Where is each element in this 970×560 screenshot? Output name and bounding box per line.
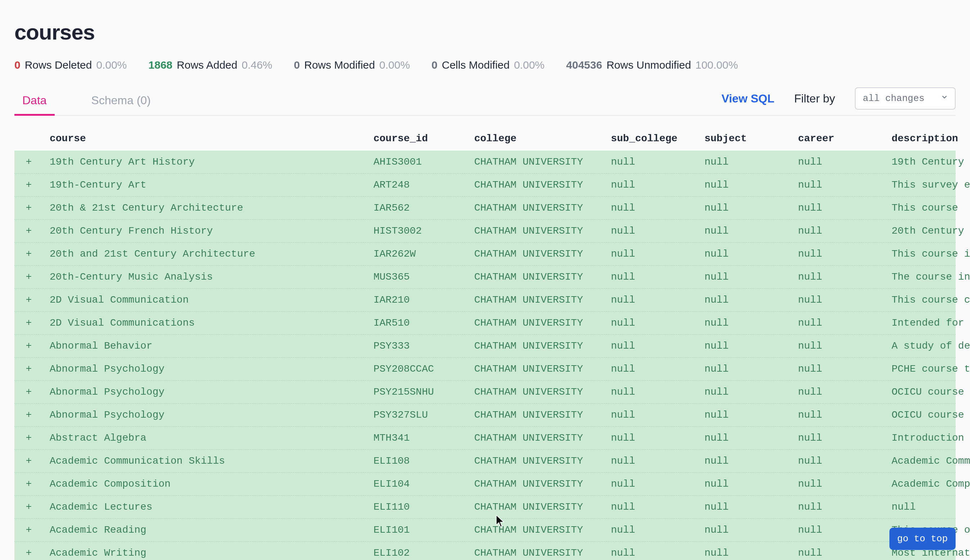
- cell-career: null: [791, 358, 885, 380]
- cell-sub-college: null: [604, 220, 698, 242]
- row-added-marker: +: [14, 519, 43, 541]
- tabs-row: Data Schema (0) View SQL Filter by all c…: [14, 87, 956, 116]
- cell-course-id: ART248: [367, 173, 468, 196]
- cell-course: 2D Visual Communication: [43, 288, 367, 311]
- table-row[interactable]: +20th Century French HistoryHIST3002CHAT…: [14, 219, 956, 242]
- cell-description: Academic Comm: [885, 450, 970, 472]
- table-row[interactable]: +Abnormal PsychologyPSY208CCACCHATHAM UN…: [14, 357, 956, 380]
- cell-career: null: [791, 496, 885, 518]
- cell-course-id: ELI110: [367, 496, 468, 518]
- table-row[interactable]: +Abnormal PsychologyPSY215SNHUCHATHAM UN…: [14, 380, 956, 403]
- table-row[interactable]: +Abnormal BehaviorPSY333CHATHAM UNIVERSI…: [14, 334, 956, 357]
- col-description[interactable]: description: [885, 132, 970, 145]
- table-row[interactable]: +19th-Century ArtART248CHATHAM UNIVERSIT…: [14, 173, 956, 196]
- cell-course-id: MTH341: [367, 427, 468, 449]
- cell-course: Academic Composition: [43, 473, 367, 495]
- table-row[interactable]: +2D Visual CommunicationIAR210CHATHAM UN…: [14, 288, 956, 311]
- view-sql-link[interactable]: View SQL: [721, 92, 774, 105]
- cell-description: This course: [885, 197, 970, 219]
- stat-count: 0: [14, 59, 20, 71]
- cell-description: Introduction: [885, 427, 970, 449]
- table-row[interactable]: +2D Visual CommunicationsIAR510CHATHAM U…: [14, 311, 956, 334]
- table-row[interactable]: +20th and 21st Century ArchitectureIAR26…: [14, 242, 956, 265]
- table-row[interactable]: +19th Century Art HistoryAHIS3001CHATHAM…: [14, 151, 956, 173]
- table-row[interactable]: +Academic ReadingELI101CHATHAM UNIVERSIT…: [14, 518, 956, 541]
- cell-description: Academic Comp: [885, 473, 970, 495]
- cell-career: null: [791, 473, 885, 495]
- col-course-id[interactable]: course_id: [367, 132, 468, 145]
- cell-course: Academic Reading: [43, 519, 367, 541]
- tab-data[interactable]: Data: [14, 87, 55, 115]
- cell-subject: null: [698, 220, 791, 242]
- table-row[interactable]: +Academic CompositionELI104CHATHAM UNIVE…: [14, 472, 956, 495]
- row-added-marker: +: [14, 151, 43, 173]
- stat-pct: 0.00%: [379, 59, 410, 71]
- cell-career: null: [791, 450, 885, 472]
- cell-career: null: [791, 427, 885, 449]
- cell-course: 20th-Century Music Analysis: [43, 266, 367, 288]
- filter-select[interactable]: all changes: [855, 87, 956, 110]
- row-added-marker: +: [14, 220, 43, 242]
- cell-subject: null: [698, 288, 791, 311]
- cell-course-id: PSY215SNHU: [367, 381, 468, 403]
- cell-college: CHATHAM UNIVERSITY: [468, 312, 604, 334]
- cell-college: CHATHAM UNIVERSITY: [468, 220, 604, 242]
- col-course[interactable]: course: [43, 132, 367, 145]
- cell-description: The course in: [885, 266, 970, 288]
- cell-description: Intended for: [885, 312, 970, 334]
- cell-subject: null: [698, 243, 791, 265]
- table-row[interactable]: +Academic LecturesELI110CHATHAM UNIVERSI…: [14, 495, 956, 518]
- cell-career: null: [791, 519, 885, 541]
- cell-career: null: [791, 173, 885, 196]
- cell-course-id: IAR510: [367, 312, 468, 334]
- cell-college: CHATHAM UNIVERSITY: [468, 427, 604, 449]
- cell-sub-college: null: [604, 450, 698, 472]
- col-sub-college[interactable]: sub_college: [604, 132, 698, 145]
- cell-course-id: HIST3002: [367, 220, 468, 242]
- col-career[interactable]: career: [791, 132, 885, 145]
- row-added-marker: +: [14, 173, 43, 196]
- col-marker: [14, 132, 43, 145]
- col-subject[interactable]: subject: [698, 132, 791, 145]
- cell-college: CHATHAM UNIVERSITY: [468, 473, 604, 495]
- cell-subject: null: [698, 266, 791, 288]
- table-row[interactable]: +Abstract AlgebraMTH341CHATHAM UNIVERSIT…: [14, 426, 956, 449]
- cell-college: CHATHAM UNIVERSITY: [468, 542, 604, 560]
- cell-subject: null: [698, 358, 791, 380]
- cell-college: CHATHAM UNIVERSITY: [468, 358, 604, 380]
- cell-career: null: [791, 243, 885, 265]
- cell-description: This course c: [885, 288, 970, 311]
- tab-schema[interactable]: Schema (0): [84, 87, 159, 115]
- table-row[interactable]: +Academic Communication SkillsELI108CHAT…: [14, 449, 956, 472]
- table-row[interactable]: +20th & 21st Century ArchitectureIAR562C…: [14, 196, 956, 219]
- cell-college: CHATHAM UNIVERSITY: [468, 288, 604, 311]
- cell-career: null: [791, 288, 885, 311]
- cell-course: 19th-Century Art: [43, 173, 367, 196]
- stat-label: Rows Deleted: [25, 59, 92, 71]
- cell-course-id: IAR262W: [367, 243, 468, 265]
- table-row[interactable]: +Abnormal PsychologyPSY327SLUCHATHAM UNI…: [14, 403, 956, 426]
- cell-course-id: PSY208CCAC: [367, 358, 468, 380]
- cell-course-id: PSY333: [367, 335, 468, 357]
- table-row[interactable]: +Academic WritingELI102CHATHAM UNIVERSIT…: [14, 541, 956, 560]
- cell-description: This course i: [885, 243, 970, 265]
- filter-by-label: Filter by: [794, 92, 835, 105]
- cell-career: null: [791, 335, 885, 357]
- cell-course: 19th Century Art History: [43, 151, 367, 173]
- cell-college: CHATHAM UNIVERSITY: [468, 243, 604, 265]
- col-college[interactable]: college: [468, 132, 604, 145]
- cell-course-id: ELI108: [367, 450, 468, 472]
- cell-sub-college: null: [604, 519, 698, 541]
- go-to-top-button[interactable]: go to top: [890, 528, 956, 550]
- cell-description: 20th Century: [885, 220, 970, 242]
- cell-description: This survey e: [885, 173, 970, 196]
- stats-row: 0 Rows Deleted 0.00% 1868 Rows Added 0.4…: [14, 59, 956, 71]
- table-row[interactable]: +20th-Century Music AnalysisMUS365CHATHA…: [14, 265, 956, 288]
- cell-subject: null: [698, 151, 791, 173]
- cell-sub-college: null: [604, 312, 698, 334]
- cell-description: A study of de: [885, 335, 970, 357]
- cell-description: OCICU course: [885, 403, 970, 426]
- row-added-marker: +: [14, 496, 43, 518]
- stat-label: Cells Modified: [442, 59, 510, 71]
- cell-course-id: ELI104: [367, 473, 468, 495]
